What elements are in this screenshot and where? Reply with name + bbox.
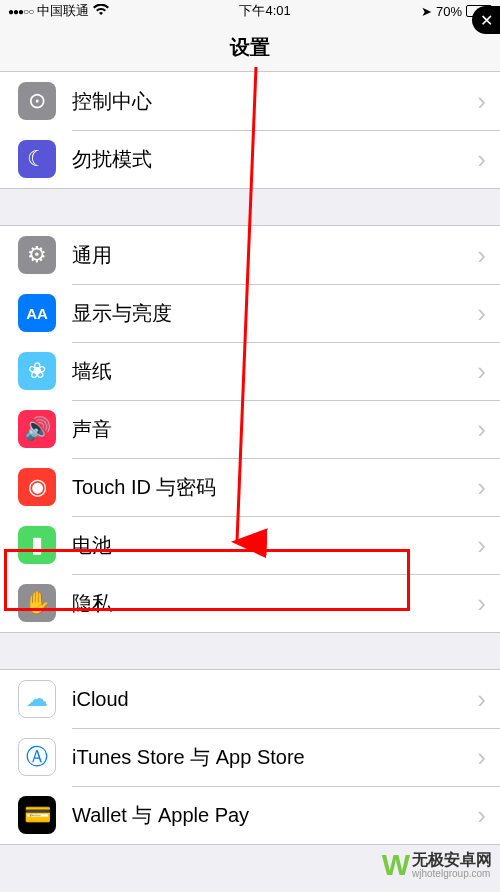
wallet-icon: 💳: [18, 796, 56, 834]
settings-row-label: 声音: [72, 416, 477, 443]
status-bar: ●●●○○ 中国联通 下午4:01 ➤ 70%: [0, 0, 500, 22]
page-title: 设置: [0, 22, 500, 72]
settings-row-wallet[interactable]: 💳Wallet 与 Apple Pay›: [0, 786, 500, 844]
settings-row-label: 勿扰模式: [72, 146, 477, 173]
chevron-right-icon: ›: [477, 742, 486, 773]
chevron-right-icon: ›: [477, 472, 486, 503]
chevron-right-icon: ›: [477, 298, 486, 329]
settings-row-battery[interactable]: ▮电池›: [0, 516, 500, 574]
wallpaper-icon: ❀: [18, 352, 56, 390]
settings-row-label: 墙纸: [72, 358, 477, 385]
settings-row-label: iCloud: [72, 688, 477, 711]
chevron-right-icon: ›: [477, 86, 486, 117]
display-icon: AA: [18, 294, 56, 332]
battery-icon: ▮: [18, 526, 56, 564]
settings-row-sound[interactable]: 🔊声音›: [0, 400, 500, 458]
settings-row-label: 通用: [72, 242, 477, 269]
settings-row-label: Wallet 与 Apple Pay: [72, 802, 477, 829]
icloud-icon: ☁: [18, 680, 56, 718]
touchid-icon: ◉: [18, 468, 56, 506]
watermark: W 无极安卓网 wjhotelgroup.com: [382, 848, 492, 882]
watermark-url: wjhotelgroup.com: [412, 868, 492, 879]
chevron-right-icon: ›: [477, 414, 486, 445]
carrier-label: 中国联通: [37, 2, 89, 20]
chevron-right-icon: ›: [477, 240, 486, 271]
sound-icon: 🔊: [18, 410, 56, 448]
settings-row-touchid[interactable]: ◉Touch ID 与密码›: [0, 458, 500, 516]
settings-row-label: 控制中心: [72, 88, 477, 115]
general-icon: ⚙: [18, 236, 56, 274]
chevron-right-icon: ›: [477, 356, 486, 387]
status-left: ●●●○○ 中国联通: [8, 2, 109, 20]
watermark-logo-icon: W: [382, 848, 406, 882]
chevron-right-icon: ›: [477, 800, 486, 831]
settings-row-general[interactable]: ⚙通用›: [0, 226, 500, 284]
battery-percent: 70%: [436, 4, 462, 19]
close-button[interactable]: ✕: [472, 6, 500, 34]
settings-row-control-center[interactable]: ⊙控制中心›: [0, 72, 500, 130]
settings-row-itunes[interactable]: ⒶiTunes Store 与 App Store›: [0, 728, 500, 786]
settings-group: ⊙控制中心›☾勿扰模式›: [0, 72, 500, 189]
watermark-name: 无极安卓网: [412, 851, 492, 869]
settings-group: ☁iCloud ›ⒶiTunes Store 与 App Store›💳Wall…: [0, 669, 500, 845]
settings-row-label: 电池: [72, 532, 477, 559]
settings-row-label: Touch ID 与密码: [72, 474, 477, 501]
chevron-right-icon: ›: [477, 684, 486, 715]
dnd-icon: ☾: [18, 140, 56, 178]
settings-row-label: 隐私: [72, 590, 477, 617]
control-center-icon: ⊙: [18, 82, 56, 120]
location-icon: ➤: [421, 4, 432, 19]
wifi-icon: [93, 4, 109, 19]
settings-row-privacy[interactable]: ✋隐私›: [0, 574, 500, 632]
chevron-right-icon: ›: [477, 588, 486, 619]
chevron-right-icon: ›: [477, 530, 486, 561]
signal-icon: ●●●○○: [8, 6, 33, 17]
settings-row-icloud[interactable]: ☁iCloud ›: [0, 670, 500, 728]
settings-group: ⚙通用›AA显示与亮度›❀墙纸›🔊声音›◉Touch ID 与密码›▮电池›✋隐…: [0, 225, 500, 633]
settings-row-dnd[interactable]: ☾勿扰模式›: [0, 130, 500, 188]
privacy-icon: ✋: [18, 584, 56, 622]
settings-row-wallpaper[interactable]: ❀墙纸›: [0, 342, 500, 400]
itunes-icon: Ⓐ: [18, 738, 56, 776]
settings-row-label: iTunes Store 与 App Store: [72, 744, 477, 771]
settings-row-display[interactable]: AA显示与亮度›: [0, 284, 500, 342]
status-time: 下午4:01: [239, 2, 290, 20]
settings-row-label: 显示与亮度: [72, 300, 477, 327]
chevron-right-icon: ›: [477, 144, 486, 175]
